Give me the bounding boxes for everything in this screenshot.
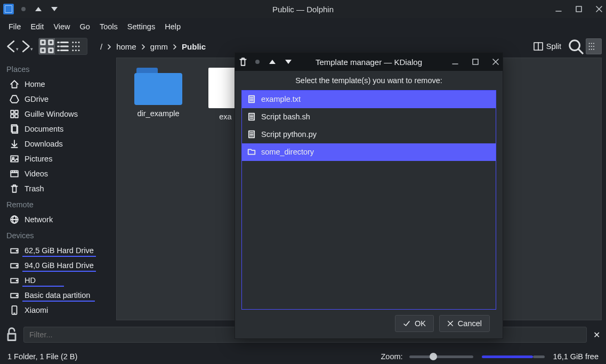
menu-file[interactable]: File [4, 20, 25, 33]
breadcrumb-home[interactable]: home [116, 42, 136, 51]
list-item[interactable]: example.txt [242, 91, 496, 108]
template-manager-dialog: Template manager — KDialog Select the te… [235, 52, 503, 339]
menu-help[interactable]: Help [160, 20, 185, 33]
sidebar-item-label: 62,5 GiB Hard Drive [25, 246, 94, 255]
menu-edit[interactable]: Edit [26, 20, 48, 33]
file-item-folder[interactable]: dir_example [126, 68, 190, 118]
chevron-right-icon [172, 42, 177, 51]
network-icon [10, 215, 19, 224]
svg-rect-4 [41, 41, 45, 45]
svg-rect-37 [11, 110, 14, 114]
svg-line-26 [579, 50, 583, 54]
menu-go[interactable]: Go [76, 20, 94, 33]
status-summary: 1 Folder, 1 File (2 B) [7, 352, 77, 361]
videos-icon [10, 169, 19, 179]
filter-close-button[interactable]: ✕ [591, 330, 602, 340]
sidebar-item-drive-1[interactable]: 62,5 GiB Hard Drive [0, 243, 112, 258]
sidebar-item-label: Xiaomi [25, 306, 48, 314]
sidebar-item-phone[interactable]: Xiaomi [0, 303, 112, 318]
dialog-close-button[interactable] [491, 57, 500, 67]
svg-marker-36 [10, 95, 19, 103]
sidebar-item-downloads[interactable]: Downloads [0, 136, 112, 151]
dialog-maximize-button[interactable] [471, 57, 480, 67]
breadcrumb-root[interactable]: / [100, 42, 102, 51]
close-button[interactable] [594, 4, 604, 14]
sidebar-item-pictures[interactable]: Pictures [0, 151, 112, 166]
documents-icon [10, 124, 19, 134]
compact-view-button[interactable] [55, 38, 71, 54]
breadcrumb-current[interactable]: Public [182, 42, 206, 51]
lock-icon[interactable] [4, 327, 19, 342]
sidebar-item-label: 94,0 GiB Hard Drive [25, 261, 94, 270]
window-title: Public — Dolphin [0, 5, 606, 14]
details-view-button[interactable] [71, 38, 87, 54]
ok-label: OK [415, 319, 426, 328]
status-bar: 1 Folder, 1 File (2 B) Zoom: 16,1 GiB fr… [0, 349, 606, 364]
sidebar-item-label: Network [25, 215, 53, 224]
icons-view-button[interactable] [39, 38, 55, 54]
chevron-right-icon [141, 42, 146, 51]
split-button[interactable]: Split [529, 38, 565, 54]
textfile-icon [247, 112, 256, 121]
sidebar-item-label: Basic data partition [25, 291, 90, 300]
menubar: File Edit View Go Tools Settings Help [0, 18, 606, 35]
sidebar-item-drive-2[interactable]: 94,0 GiB Hard Drive [0, 258, 112, 273]
menu-tools[interactable]: Tools [95, 20, 122, 33]
minimize-button[interactable] [554, 4, 563, 14]
sidebar-item-home[interactable]: Home [0, 77, 112, 92]
sidebar-item-label: Videos [25, 169, 48, 178]
sidebar-item-label: Guille Windows [25, 110, 78, 118]
trash-icon [10, 184, 19, 193]
sidebar-item-videos[interactable]: Videos [0, 166, 112, 181]
chevron-right-icon [107, 42, 112, 51]
sidebar-item-drive-4[interactable]: Basic data partition [0, 288, 112, 303]
split-label: Split [546, 42, 561, 51]
forward-menu-icon[interactable]: ▾ [30, 46, 33, 52]
svg-point-62 [17, 295, 18, 296]
list-item[interactable]: some_directory [242, 143, 496, 161]
dialog-minimize-button[interactable] [450, 57, 460, 67]
sidebar-item-label: Pictures [25, 155, 52, 163]
sidebar-item-documents[interactable]: Documents [0, 122, 112, 136]
zoom-slider[interactable] [409, 354, 473, 359]
sidebar-item-gdrive[interactable]: GDrive [0, 92, 112, 107]
svg-point-58 [17, 265, 18, 266]
sidebar-item-label: Documents [25, 125, 63, 133]
drive-icon [10, 276, 19, 285]
list-item-label: Script python.py [261, 130, 317, 139]
maximize-button[interactable] [574, 4, 584, 14]
zoom-label: Zoom: [381, 352, 402, 361]
control-button[interactable] [586, 38, 602, 54]
list-item-label: Script bash.sh [261, 112, 310, 121]
search-button[interactable] [568, 38, 584, 54]
breadcrumb-user[interactable]: gmm [150, 42, 168, 51]
sidebar-item-windows[interactable]: Guille Windows [0, 107, 112, 122]
menu-view[interactable]: View [49, 20, 74, 33]
menu-settings[interactable]: Settings [123, 20, 159, 33]
ok-button[interactable]: OK [395, 315, 434, 332]
svg-rect-38 [15, 110, 18, 114]
sidebar-item-trash[interactable]: Trash [0, 181, 112, 196]
remote-header: Remote [0, 196, 112, 212]
list-item[interactable]: Script python.py [242, 126, 496, 143]
list-item-label: some_directory [261, 148, 314, 156]
textfile-icon [247, 130, 256, 139]
svg-rect-6 [41, 48, 45, 53]
list-item[interactable]: Script bash.sh [242, 108, 496, 126]
cancel-label: Cancel [458, 319, 482, 328]
gdrive-icon [10, 94, 19, 104]
sidebar-item-network[interactable]: Network [0, 212, 112, 227]
sidebar-item-drive-3[interactable]: HD [0, 273, 112, 288]
template-list[interactable]: example.txt Script bash.sh Script python… [241, 90, 496, 310]
cancel-button[interactable]: Cancel [439, 315, 490, 332]
phone-icon [10, 305, 19, 315]
file-label: dir_example [138, 109, 180, 118]
places-header: Places [0, 61, 112, 77]
list-item-label: example.txt [261, 95, 301, 103]
svg-rect-65 [8, 334, 15, 340]
dialog-titlebar[interactable]: Template manager — KDialog [235, 53, 503, 71]
breadcrumb[interactable]: / home gmm Public [100, 42, 206, 51]
drive-icon [10, 261, 19, 270]
home-icon [10, 79, 19, 89]
svg-rect-1 [576, 6, 581, 12]
